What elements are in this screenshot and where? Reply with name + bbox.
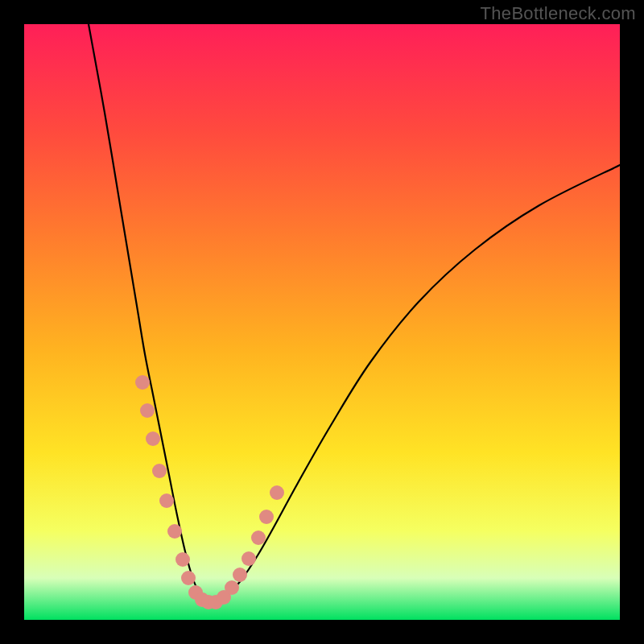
curve-marker xyxy=(181,571,196,585)
curve-marker xyxy=(159,493,174,508)
curve-layer xyxy=(24,24,620,620)
curve-marker xyxy=(135,375,150,390)
curve-marker xyxy=(175,552,190,567)
curve-marker xyxy=(167,524,182,539)
chart-stage: TheBottleneck.com xyxy=(0,0,644,644)
plot-area xyxy=(24,24,620,620)
curve-marker xyxy=(140,403,155,418)
curve-marker xyxy=(146,431,160,446)
curve-marker xyxy=(259,510,274,524)
curve-marker xyxy=(251,530,266,545)
watermark-text: TheBottleneck.com xyxy=(481,3,636,24)
curve-marker xyxy=(152,464,167,478)
curve-marker xyxy=(233,568,247,582)
curve-markers xyxy=(135,375,284,609)
curve-marker xyxy=(242,551,256,566)
bottleneck-curve xyxy=(89,24,620,605)
curve-marker xyxy=(270,485,284,500)
curve-marker xyxy=(225,580,239,595)
